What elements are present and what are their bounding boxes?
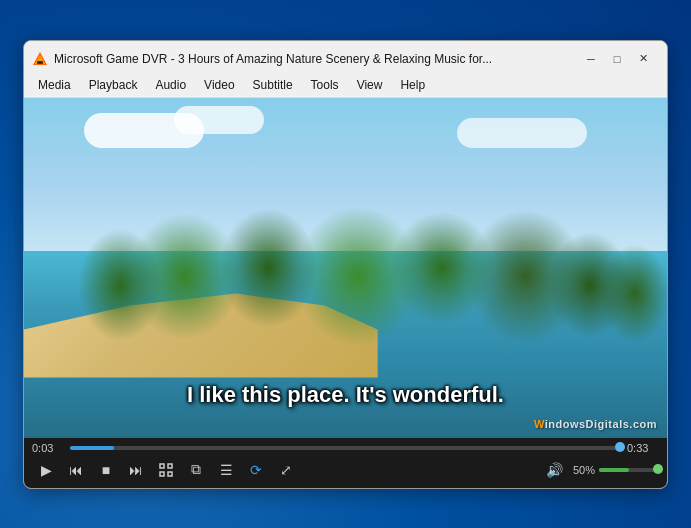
menu-tools[interactable]: Tools xyxy=(303,75,347,95)
controls-area: 0:03 0:33 ▶ ⏮ ■ ⏭ ⧉ ☰ xyxy=(24,438,667,488)
progress-fill xyxy=(70,446,114,450)
volume-label: 50% xyxy=(567,464,595,476)
svg-rect-3 xyxy=(160,464,164,468)
progress-thumb xyxy=(615,442,625,452)
vlc-icon xyxy=(32,51,48,67)
volume-icon: 🔊 xyxy=(546,462,563,478)
close-button[interactable]: ✕ xyxy=(631,50,655,68)
play-button[interactable]: ▶ xyxy=(32,458,60,482)
random-button[interactable]: ⤢ xyxy=(272,458,300,482)
svg-rect-2 xyxy=(37,61,43,64)
menu-media[interactable]: Media xyxy=(30,75,79,95)
menu-bar: Media Playback Audio Video Subtitle Tool… xyxy=(24,73,667,98)
watermark: WindowsDigitals.com xyxy=(534,418,657,430)
svg-rect-5 xyxy=(160,472,164,476)
window-controls: ─ □ ✕ xyxy=(579,50,655,68)
cloud-2 xyxy=(174,106,264,134)
title-bar: Microsoft Game DVR - 3 Hours of Amazing … xyxy=(24,41,667,73)
menu-view[interactable]: View xyxy=(349,75,391,95)
volume-area: 🔊 50% xyxy=(546,462,659,478)
video-area[interactable]: I like this place. It's wonderful. Windo… xyxy=(24,98,667,438)
stop-button[interactable]: ■ xyxy=(92,458,120,482)
window-title: Microsoft Game DVR - 3 Hours of Amazing … xyxy=(54,52,571,66)
extended-button[interactable]: ⧉ xyxy=(182,458,210,482)
svg-rect-6 xyxy=(168,472,172,476)
minimize-button[interactable]: ─ xyxy=(579,50,603,68)
vlc-window: Microsoft Game DVR - 3 Hours of Amazing … xyxy=(23,40,668,489)
menu-audio[interactable]: Audio xyxy=(147,75,194,95)
menu-help[interactable]: Help xyxy=(392,75,433,95)
time-total: 0:33 xyxy=(627,442,659,454)
menu-subtitle[interactable]: Subtitle xyxy=(245,75,301,95)
next-button[interactable]: ⏭ xyxy=(122,458,150,482)
menu-video[interactable]: Video xyxy=(196,75,242,95)
cloud-3 xyxy=(457,118,587,148)
time-current: 0:03 xyxy=(32,442,64,454)
progress-track[interactable] xyxy=(70,446,621,450)
svg-rect-4 xyxy=(168,464,172,468)
progress-row: 0:03 0:33 xyxy=(32,442,659,454)
fullscreen-button[interactable] xyxy=(152,458,180,482)
volume-thumb xyxy=(653,464,663,474)
volume-fill xyxy=(599,468,629,472)
volume-track[interactable] xyxy=(599,468,659,472)
loop-button[interactable]: ⟳ xyxy=(242,458,270,482)
tree-bg xyxy=(24,183,667,353)
buttons-row: ▶ ⏮ ■ ⏭ ⧉ ☰ ⟳ ⤢ 🔊 50% xyxy=(32,458,659,482)
prev-button[interactable]: ⏮ xyxy=(62,458,90,482)
playlist-button[interactable]: ☰ xyxy=(212,458,240,482)
subtitle-display: I like this place. It's wonderful. xyxy=(24,382,667,408)
watermark-w: W xyxy=(534,418,545,430)
menu-playback[interactable]: Playback xyxy=(81,75,146,95)
maximize-button[interactable]: □ xyxy=(605,50,629,68)
